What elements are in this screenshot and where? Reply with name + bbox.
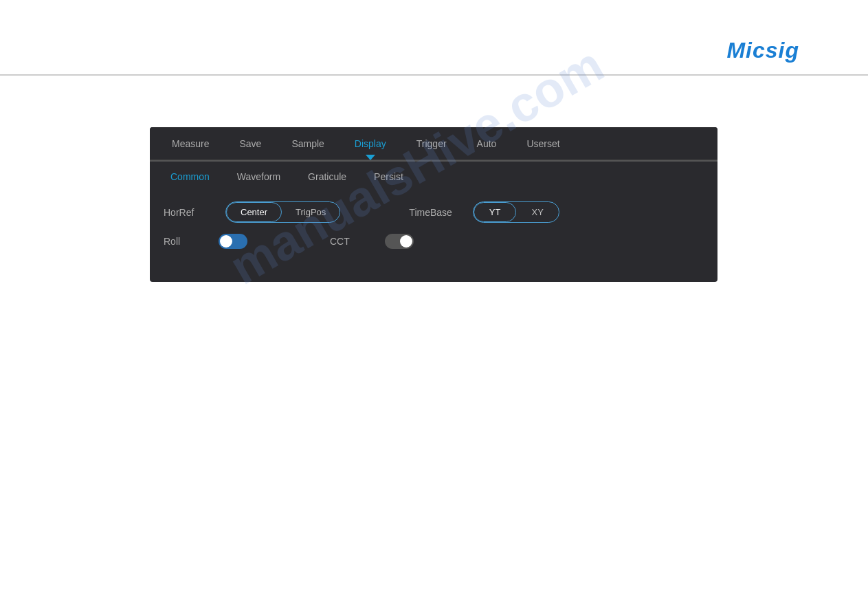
horref-button-group: Center TrigPos <box>225 201 340 223</box>
content-area: HorRef Center TrigPos TimeBase YT XY Rol… <box>150 192 717 259</box>
header: Micsig <box>0 0 868 76</box>
tab-waveform[interactable]: Waveform <box>230 168 287 185</box>
horref-trigpos-button[interactable]: TrigPos <box>282 202 340 222</box>
menu-item-userset[interactable]: Userset <box>511 127 575 160</box>
main-panel: Measure Save Sample Display Trigger Auto… <box>150 127 717 282</box>
row-roll-cct: Roll CCT <box>164 234 704 249</box>
brand-logo: Micsig <box>726 38 799 63</box>
horref-center-button[interactable]: Center <box>226 202 282 222</box>
tab-common[interactable]: Common <box>164 168 216 185</box>
cct-label: CCT <box>330 236 371 247</box>
cct-toggle[interactable] <box>385 234 414 249</box>
timebase-btn-outer: YT XY <box>473 201 559 223</box>
menu-bar: Measure Save Sample Display Trigger Auto… <box>150 127 717 160</box>
roll-toggle[interactable] <box>219 234 247 249</box>
timebase-yt-button[interactable]: YT <box>474 202 517 222</box>
cct-toggle-container <box>385 234 414 249</box>
row-horref-timebase: HorRef Center TrigPos TimeBase YT XY <box>164 201 704 223</box>
timebase-button-group: YT XY <box>473 201 559 223</box>
cct-toggle-knob <box>400 235 412 248</box>
timebase-xy-button[interactable]: XY <box>516 202 558 222</box>
roll-toggle-knob <box>220 235 232 248</box>
menu-item-display[interactable]: Display <box>340 127 401 160</box>
roll-toggle-container <box>219 234 247 249</box>
sub-tab-bar: Common Waveform Graticule Persist <box>150 162 717 192</box>
menu-item-sample[interactable]: Sample <box>276 127 339 160</box>
roll-label: Roll <box>164 236 205 247</box>
timebase-label: TimeBase <box>409 207 452 218</box>
horref-label: HorRef <box>164 207 205 218</box>
menu-item-measure[interactable]: Measure <box>157 127 224 160</box>
menu-item-save[interactable]: Save <box>224 127 276 160</box>
menu-item-trigger[interactable]: Trigger <box>401 127 462 160</box>
tab-persist[interactable]: Persist <box>367 168 410 185</box>
tab-graticule[interactable]: Graticule <box>301 168 353 185</box>
menu-item-auto[interactable]: Auto <box>462 127 512 160</box>
